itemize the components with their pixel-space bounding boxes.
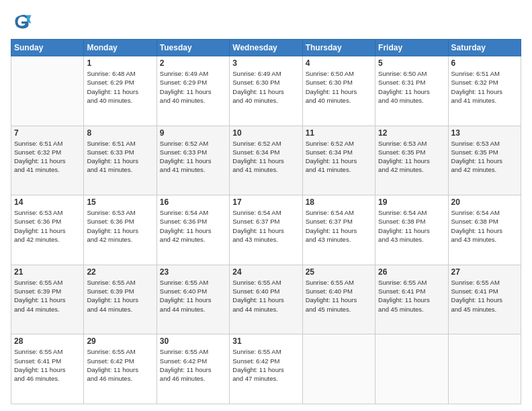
calendar-cell [448,334,521,404]
day-info: Sunrise: 6:53 AMSunset: 6:36 PMDaylight:… [14,208,81,244]
day-number: 29 [87,336,153,346]
day-number: 31 [232,336,299,346]
day-info: Sunrise: 6:51 AMSunset: 6:33 PMDaylight:… [87,139,153,175]
day-number: 19 [378,197,445,207]
day-info: Sunrise: 6:49 AMSunset: 6:29 PMDaylight:… [160,69,226,105]
page: SundayMondayTuesdayWednesdayThursdayFrid… [0,0,532,411]
day-info: Sunrise: 6:53 AMSunset: 6:35 PMDaylight:… [378,139,445,175]
calendar-week-row: 7Sunrise: 6:51 AMSunset: 6:32 PMDaylight… [11,126,521,195]
calendar-cell [11,56,84,126]
calendar-week-row: 21Sunrise: 6:55 AMSunset: 6:39 PMDayligh… [11,265,521,334]
day-number: 15 [87,197,153,207]
day-number: 9 [160,128,226,138]
calendar-cell: 31Sunrise: 6:55 AMSunset: 6:42 PMDayligh… [230,334,302,404]
calendar-cell: 1Sunrise: 6:48 AMSunset: 6:29 PMDaylight… [84,56,157,126]
logo [11,11,35,32]
logo-icon [11,11,32,32]
calendar-cell: 24Sunrise: 6:55 AMSunset: 6:40 PMDayligh… [230,265,302,334]
day-number: 22 [87,267,153,277]
calendar-cell [375,334,448,404]
weekday-header-sunday: Sunday [11,40,84,56]
day-number: 28 [14,336,81,346]
day-info: Sunrise: 6:49 AMSunset: 6:30 PMDaylight:… [232,69,299,105]
day-info: Sunrise: 6:54 AMSunset: 6:37 PMDaylight:… [232,208,299,244]
calendar-cell: 10Sunrise: 6:52 AMSunset: 6:34 PMDayligh… [230,126,302,195]
day-number: 27 [451,267,518,277]
day-info: Sunrise: 6:55 AMSunset: 6:42 PMDaylight:… [160,347,226,383]
day-info: Sunrise: 6:55 AMSunset: 6:39 PMDaylight:… [87,278,153,314]
day-number: 17 [232,197,299,207]
calendar-week-row: 1Sunrise: 6:48 AMSunset: 6:29 PMDaylight… [11,56,521,126]
weekday-header-row: SundayMondayTuesdayWednesdayThursdayFrid… [11,40,521,56]
day-number: 21 [14,267,81,277]
day-number: 2 [160,58,226,68]
calendar-cell: 29Sunrise: 6:55 AMSunset: 6:42 PMDayligh… [84,334,157,404]
day-info: Sunrise: 6:55 AMSunset: 6:42 PMDaylight:… [87,347,153,383]
header [11,11,521,32]
calendar-cell [302,334,375,404]
calendar-cell: 25Sunrise: 6:55 AMSunset: 6:40 PMDayligh… [302,265,375,334]
day-number: 12 [378,128,445,138]
day-info: Sunrise: 6:54 AMSunset: 6:38 PMDaylight:… [378,208,445,244]
day-info: Sunrise: 6:55 AMSunset: 6:39 PMDaylight:… [14,278,81,314]
calendar-cell: 22Sunrise: 6:55 AMSunset: 6:39 PMDayligh… [84,265,157,334]
day-info: Sunrise: 6:52 AMSunset: 6:33 PMDaylight:… [160,139,226,175]
calendar-cell: 7Sunrise: 6:51 AMSunset: 6:32 PMDaylight… [11,126,84,195]
day-info: Sunrise: 6:50 AMSunset: 6:31 PMDaylight:… [378,69,445,105]
calendar-cell: 21Sunrise: 6:55 AMSunset: 6:39 PMDayligh… [11,265,84,334]
calendar-cell: 13Sunrise: 6:53 AMSunset: 6:35 PMDayligh… [448,126,521,195]
day-info: Sunrise: 6:54 AMSunset: 6:38 PMDaylight:… [451,208,518,244]
calendar-cell: 26Sunrise: 6:55 AMSunset: 6:41 PMDayligh… [375,265,448,334]
day-number: 23 [160,267,226,277]
calendar-cell: 28Sunrise: 6:55 AMSunset: 6:41 PMDayligh… [11,334,84,404]
day-info: Sunrise: 6:55 AMSunset: 6:41 PMDaylight:… [451,278,518,314]
weekday-header-thursday: Thursday [302,40,375,56]
calendar-cell: 12Sunrise: 6:53 AMSunset: 6:35 PMDayligh… [375,126,448,195]
calendar-cell: 19Sunrise: 6:54 AMSunset: 6:38 PMDayligh… [375,195,448,265]
day-number: 25 [306,267,372,277]
day-number: 13 [451,128,518,138]
weekday-header-friday: Friday [375,40,448,56]
day-number: 4 [306,58,372,68]
day-info: Sunrise: 6:53 AMSunset: 6:36 PMDaylight:… [87,208,153,244]
calendar-cell: 27Sunrise: 6:55 AMSunset: 6:41 PMDayligh… [448,265,521,334]
day-number: 8 [87,128,153,138]
day-info: Sunrise: 6:55 AMSunset: 6:41 PMDaylight:… [14,347,81,383]
day-info: Sunrise: 6:54 AMSunset: 6:37 PMDaylight:… [306,208,372,244]
calendar-cell: 30Sunrise: 6:55 AMSunset: 6:42 PMDayligh… [157,334,229,404]
calendar-cell: 14Sunrise: 6:53 AMSunset: 6:36 PMDayligh… [11,195,84,265]
calendar-cell: 9Sunrise: 6:52 AMSunset: 6:33 PMDaylight… [157,126,229,195]
day-number: 16 [160,197,226,207]
day-info: Sunrise: 6:50 AMSunset: 6:30 PMDaylight:… [306,69,372,105]
calendar-cell: 23Sunrise: 6:55 AMSunset: 6:40 PMDayligh… [157,265,229,334]
day-info: Sunrise: 6:51 AMSunset: 6:32 PMDaylight:… [14,139,81,175]
day-number: 10 [232,128,299,138]
day-info: Sunrise: 6:55 AMSunset: 6:40 PMDaylight:… [306,278,372,314]
day-number: 18 [306,197,372,207]
calendar-cell: 18Sunrise: 6:54 AMSunset: 6:37 PMDayligh… [302,195,375,265]
calendar-cell: 3Sunrise: 6:49 AMSunset: 6:30 PMDaylight… [230,56,302,126]
day-number: 5 [378,58,445,68]
day-info: Sunrise: 6:48 AMSunset: 6:29 PMDaylight:… [87,69,153,105]
day-number: 3 [232,58,299,68]
day-number: 30 [160,336,226,346]
day-number: 7 [14,128,81,138]
calendar-cell: 15Sunrise: 6:53 AMSunset: 6:36 PMDayligh… [84,195,157,265]
day-number: 26 [378,267,445,277]
weekday-header-saturday: Saturday [448,40,521,56]
day-info: Sunrise: 6:52 AMSunset: 6:34 PMDaylight:… [306,139,372,175]
calendar-cell: 6Sunrise: 6:51 AMSunset: 6:32 PMDaylight… [448,56,521,126]
calendar-body: 1Sunrise: 6:48 AMSunset: 6:29 PMDaylight… [11,56,521,404]
calendar-cell: 4Sunrise: 6:50 AMSunset: 6:30 PMDaylight… [302,56,375,126]
weekday-header-monday: Monday [84,40,157,56]
day-number: 24 [232,267,299,277]
day-info: Sunrise: 6:53 AMSunset: 6:35 PMDaylight:… [451,139,518,175]
day-info: Sunrise: 6:55 AMSunset: 6:42 PMDaylight:… [232,347,299,383]
day-number: 11 [306,128,372,138]
calendar-week-row: 28Sunrise: 6:55 AMSunset: 6:41 PMDayligh… [11,334,521,404]
weekday-header-wednesday: Wednesday [230,40,302,56]
calendar-cell: 16Sunrise: 6:54 AMSunset: 6:36 PMDayligh… [157,195,229,265]
day-info: Sunrise: 6:51 AMSunset: 6:32 PMDaylight:… [451,69,518,105]
day-info: Sunrise: 6:55 AMSunset: 6:41 PMDaylight:… [378,278,445,314]
calendar-cell: 20Sunrise: 6:54 AMSunset: 6:38 PMDayligh… [448,195,521,265]
